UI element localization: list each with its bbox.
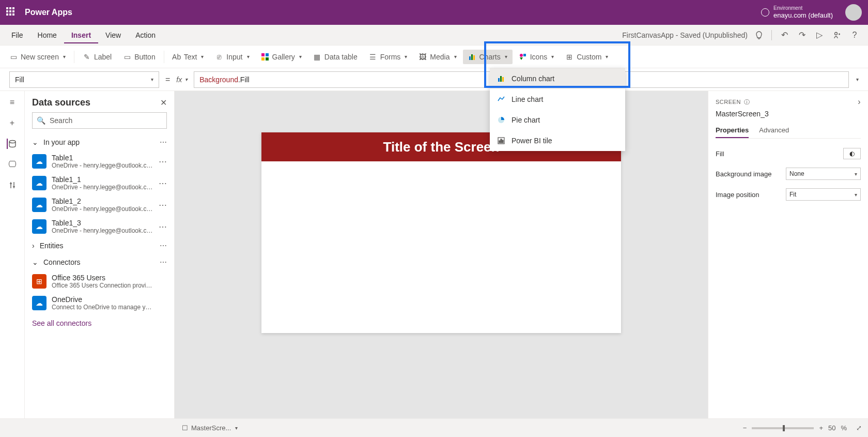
list-item[interactable]: ⊞ Office 365 UsersOffice 365 Users Conne… xyxy=(25,270,174,292)
more-icon[interactable]: ⋯ xyxy=(159,178,167,188)
property-selector[interactable]: Fill ▾ xyxy=(9,71,159,88)
chevron-down-icon: ▾ xyxy=(247,54,250,59)
environment-selector[interactable]: Environment enayu.com (default) xyxy=(761,5,833,20)
prop-bgimage-label: Background image xyxy=(716,170,771,178)
svg-rect-7 xyxy=(473,55,475,60)
svg-rect-3 xyxy=(261,57,265,61)
more-icon[interactable]: ⋯ xyxy=(159,222,167,232)
more-icon[interactable]: ⋯ xyxy=(160,138,167,146)
see-all-connectors-link[interactable]: See all connectors xyxy=(25,314,174,333)
list-item[interactable]: ☁ Table1_2OneDrive - henry.legge@outlook… xyxy=(25,194,174,216)
custom-button[interactable]: ⊞ Custom ▾ xyxy=(560,50,613,64)
input-button[interactable]: ⎚ Input ▾ xyxy=(210,50,254,64)
gallery-icon xyxy=(261,53,269,61)
user-avatar[interactable] xyxy=(845,4,862,21)
app-launcher-icon[interactable] xyxy=(6,7,17,18)
svg-rect-1 xyxy=(261,53,265,56)
svg-rect-13 xyxy=(500,76,502,82)
dropdown-item-pie-chart[interactable]: Pie chart xyxy=(490,110,625,130)
tab-properties[interactable]: Properties xyxy=(716,123,749,138)
svg-rect-5 xyxy=(469,56,471,60)
media-pane-icon[interactable]: 🖵 xyxy=(7,159,18,170)
app-screen[interactable]: Title of the Screen xyxy=(261,132,621,333)
charts-button[interactable]: Charts ▾ xyxy=(463,50,513,64)
panel-title: Data sources xyxy=(32,97,90,108)
charts-icon xyxy=(468,53,476,61)
zoom-out-icon[interactable]: − xyxy=(743,424,747,432)
tab-advanced[interactable]: Advanced xyxy=(759,123,789,138)
icons-button[interactable]: Icons ▾ xyxy=(514,50,559,64)
document-status: FirstCanvasApp - Saved (Unpublished) xyxy=(622,31,748,39)
media-button[interactable]: 🖼 Media ▾ xyxy=(413,50,461,64)
undo-icon[interactable]: ↶ xyxy=(779,30,789,40)
advanced-tools-icon[interactable] xyxy=(7,180,18,190)
app-checker-icon[interactable] xyxy=(754,30,764,40)
dropdown-item-powerbi-tile[interactable]: Power BI tile xyxy=(490,130,625,151)
help-icon[interactable]: ? xyxy=(849,30,860,40)
menu-file[interactable]: File xyxy=(4,27,30,43)
section-connectors[interactable]: ⌄ Connectors ⋯ xyxy=(25,254,174,270)
label-icon: ✎ xyxy=(83,53,91,61)
zoom-in-icon[interactable]: + xyxy=(819,424,823,432)
fit-to-window-icon[interactable]: ⤢ xyxy=(856,424,862,432)
dropdown-item-line-chart[interactable]: Line chart xyxy=(490,89,625,110)
close-icon[interactable]: ✕ xyxy=(160,98,167,108)
chevron-down-icon: ▾ xyxy=(454,54,457,59)
text-button[interactable]: Ab Text ▾ xyxy=(167,50,209,64)
more-icon[interactable]: ⋯ xyxy=(160,258,167,266)
chevron-down-icon: ▾ xyxy=(505,54,507,59)
line-chart-icon xyxy=(497,95,505,103)
gallery-button[interactable]: Gallery ▾ xyxy=(256,50,307,64)
insert-pane-icon[interactable]: + xyxy=(7,118,18,128)
new-screen-button[interactable]: ▭ New screen ▾ xyxy=(4,50,71,64)
svg-rect-9 xyxy=(523,54,526,56)
redo-icon[interactable]: ↷ xyxy=(797,30,807,40)
environment-value: enayu.com (default) xyxy=(773,11,833,20)
section-entities[interactable]: › Entities ⋯ xyxy=(25,237,174,254)
menu-bar: File Home Insert View Action FirstCanvas… xyxy=(0,25,868,46)
label-button[interactable]: ✎ Label xyxy=(78,50,117,64)
svg-marker-10 xyxy=(520,57,523,60)
tree-view-icon[interactable]: ≡ xyxy=(7,97,18,108)
zoom-slider[interactable] xyxy=(752,427,814,429)
screen-icon: ▭ xyxy=(9,53,18,61)
list-item[interactable]: ☁ Table1_3OneDrive - henry.legge@outlook… xyxy=(25,216,174,237)
fx-label[interactable]: fx▾ xyxy=(176,76,188,84)
forms-button[interactable]: ☰ Forms ▾ xyxy=(364,50,413,64)
data-pane-icon[interactable] xyxy=(7,139,17,149)
menu-view[interactable]: View xyxy=(98,27,128,43)
info-icon[interactable]: ⓘ xyxy=(744,98,750,106)
list-item[interactable]: ☁ Table1OneDrive - henry.legge@outlook.c… xyxy=(25,150,174,172)
more-icon[interactable]: ⋯ xyxy=(159,157,167,167)
fill-color-picker[interactable]: ◐ xyxy=(843,148,861,159)
svg-rect-2 xyxy=(266,53,269,56)
button-button[interactable]: ▭ Button xyxy=(118,50,160,64)
menu-home[interactable]: Home xyxy=(30,27,64,43)
data-table-button[interactable]: ▦ Data table xyxy=(308,50,363,64)
chevron-down-icon: ⌄ xyxy=(32,138,38,146)
more-icon[interactable]: ⋯ xyxy=(159,200,167,210)
chevron-down-icon: ▾ xyxy=(185,77,188,82)
svg-rect-19 xyxy=(502,140,503,143)
formula-expand-icon[interactable]: ▾ xyxy=(856,77,859,82)
list-item[interactable]: ☁ Table1_1OneDrive - henry.legge@outlook… xyxy=(25,172,174,194)
section-in-your-app[interactable]: ⌄ In your app ⋯ xyxy=(25,134,174,150)
formula-bar: Fill ▾ = fx▾ Background.Fill ▾ xyxy=(0,68,868,91)
imgpos-select[interactable]: Fit▾ xyxy=(786,188,861,201)
list-item[interactable]: ☁ OneDriveConnect to OneDrive to manage … xyxy=(25,292,174,314)
svg-rect-14 xyxy=(502,77,504,82)
search-input[interactable]: 🔍 Search xyxy=(32,112,167,129)
menu-action[interactable]: Action xyxy=(128,27,163,43)
chevron-down-icon: ▾ xyxy=(551,54,554,59)
insert-ribbon: ▭ New screen ▾ ✎ Label ▭ Button Ab Text … xyxy=(0,46,868,68)
chevron-down-icon: ▾ xyxy=(235,425,238,431)
bgimage-select[interactable]: None▾ xyxy=(786,168,861,180)
screen-selector[interactable]: ☐ MasterScre... ▾ xyxy=(182,424,238,432)
dropdown-item-column-chart[interactable]: Column chart xyxy=(490,68,625,89)
more-icon[interactable]: ⋯ xyxy=(160,242,167,250)
data-table-label: Data table xyxy=(324,53,358,61)
share-icon[interactable] xyxy=(832,30,842,40)
menu-insert[interactable]: Insert xyxy=(64,27,98,43)
expand-icon[interactable]: › xyxy=(858,97,861,107)
preview-icon[interactable]: ▷ xyxy=(814,30,825,40)
